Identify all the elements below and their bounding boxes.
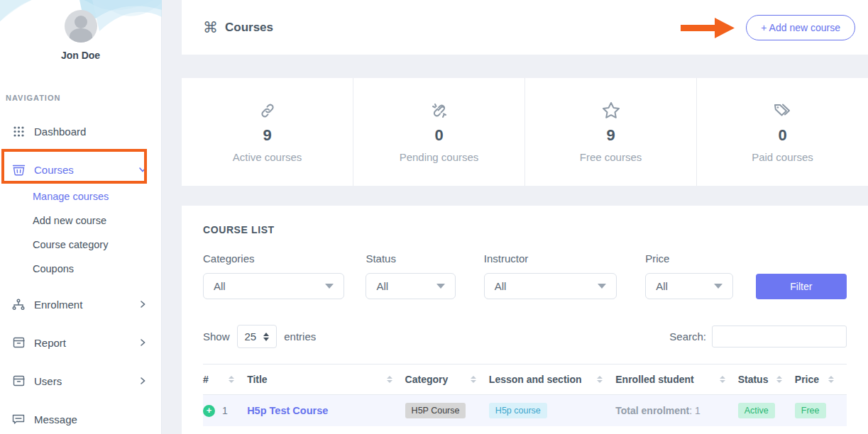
col-index: # <box>203 374 209 385</box>
row-index: 1 <box>222 405 228 416</box>
price-badge: Free <box>795 403 826 418</box>
col-status: Status <box>738 374 769 385</box>
sort-icon[interactable] <box>828 376 834 383</box>
stat-value: 9 <box>263 126 271 145</box>
navigation-section-label: NAVIGATION <box>6 94 161 102</box>
stat-value: 0 <box>778 126 786 145</box>
sort-icon[interactable] <box>387 376 392 383</box>
search-label: Search: <box>669 330 706 343</box>
price-select[interactable]: All <box>645 273 732 299</box>
sort-icon[interactable] <box>720 376 725 383</box>
categories-filter-label: Categories <box>203 252 344 265</box>
grid-icon <box>11 124 26 138</box>
archive-icon <box>11 335 26 350</box>
chevron-right-icon <box>138 338 147 347</box>
sidebar-item-courses[interactable]: Courses <box>0 159 161 180</box>
sort-icon[interactable] <box>229 376 234 383</box>
stepper-icon <box>263 333 269 341</box>
message-icon <box>11 412 26 426</box>
page-title: ⌘ Courses <box>203 20 273 35</box>
chevron-down-icon <box>714 284 723 289</box>
col-category: Category <box>405 374 449 385</box>
add-new-course-button[interactable]: + Add new course <box>746 15 855 40</box>
stat-value: 9 <box>606 126 615 145</box>
price-filter-label: Price <box>645 252 732 265</box>
sidebar-item-label: Enrolment <box>34 299 138 311</box>
sidebar-item-users[interactable]: Users <box>0 370 161 391</box>
sidebar-item-label: Dashboard <box>34 126 147 138</box>
sidebar-item-label: Courses <box>34 164 138 176</box>
sort-icon[interactable] <box>597 376 603 383</box>
table-controls: Show 25 entries Search: <box>203 325 847 348</box>
instructor-select[interactable]: All <box>484 273 617 299</box>
sidebar-nav: Dashboard Courses Manage courses Add new… <box>0 121 161 430</box>
chevron-down-icon <box>598 284 606 289</box>
status-select[interactable]: All <box>366 273 455 299</box>
orange-arrow-annotation <box>679 13 737 42</box>
sidebar-item-enrolment[interactable]: Enrolment <box>0 294 161 315</box>
stat-paid-courses: 0 Paid courses <box>696 78 868 186</box>
course-title-link[interactable]: H5p Test Course <box>247 405 328 416</box>
status-filter-label: Status <box>366 252 455 265</box>
avatar[interactable] <box>65 10 97 43</box>
chevron-down-icon <box>138 165 147 174</box>
sidebar: Jon Doe NAVIGATION Dashboard <box>0 0 162 434</box>
page-header: ⌘ Courses + Add new course <box>182 0 868 55</box>
basket-icon <box>11 162 26 177</box>
categories-select[interactable]: All <box>203 273 344 299</box>
command-icon: ⌘ <box>203 20 218 35</box>
sitemap-icon <box>11 297 26 311</box>
stat-label: Active courses <box>233 151 302 163</box>
sidebar-item-label: Users <box>34 375 138 387</box>
table-header-row: # Title Category Lesson and section Enro… <box>203 365 847 395</box>
status-badge: Active <box>738 403 775 418</box>
category-badge: H5P Course <box>405 403 466 418</box>
col-title: Title <box>247 374 268 385</box>
sort-icon[interactable] <box>776 376 782 383</box>
sidebar-item-add-new-course[interactable]: Add new course <box>0 208 161 233</box>
star-icon <box>602 101 620 120</box>
chevron-down-icon <box>325 284 334 289</box>
show-label: Show <box>203 330 230 343</box>
entries-label: entries <box>284 330 316 343</box>
chevron-right-icon <box>138 377 147 385</box>
enrolment-value: : 1 <box>689 405 701 416</box>
chevron-down-icon <box>436 284 445 289</box>
unlink-icon <box>431 101 448 120</box>
sort-icon[interactable] <box>471 376 476 383</box>
user-name: Jon Doe <box>0 50 161 61</box>
sidebar-item-manage-courses[interactable]: Manage courses <box>0 184 161 208</box>
col-price: Price <box>795 374 819 385</box>
col-lesson-section: Lesson and section <box>489 374 582 385</box>
sidebar-item-label: Report <box>34 337 138 349</box>
instructor-filter-label: Instructor <box>484 252 617 265</box>
sidebar-item-message[interactable]: Message <box>0 408 161 430</box>
course-list-title: COURSE LIST <box>203 224 847 235</box>
col-enrolled-student: Enrolled student <box>615 374 693 385</box>
stat-free-courses: 9 Free courses <box>524 78 696 186</box>
sidebar-item-course-category[interactable]: Course category <box>0 233 161 257</box>
archive-icon <box>11 374 26 388</box>
filter-button[interactable]: Filter <box>756 274 847 299</box>
course-list-card: COURSE LIST Categories All Status All In… <box>182 206 868 434</box>
enrolment-label: Total enrolment <box>615 405 689 416</box>
table-row: + 1 H5p Test Course H5P Course H5p cours… <box>203 395 847 427</box>
lesson-badge: H5p course <box>489 403 547 418</box>
stat-value: 0 <box>434 126 443 145</box>
stat-label: Pending courses <box>400 151 479 163</box>
filters-row: Categories All Status All Instructor All… <box>203 252 847 299</box>
search-input[interactable] <box>712 326 847 347</box>
stat-label: Paid courses <box>752 151 813 163</box>
stat-active-courses: 9 Active courses <box>182 78 353 186</box>
tag-icon <box>773 101 792 120</box>
sidebar-item-coupons[interactable]: Coupons <box>0 257 161 281</box>
expand-row-icon[interactable]: + <box>203 405 215 417</box>
courses-submenu: Manage courses Add new course Course cat… <box>0 184 161 281</box>
stat-label: Free courses <box>580 151 642 163</box>
chevron-right-icon <box>138 300 147 308</box>
page-size-select[interactable]: 25 <box>237 325 278 348</box>
stat-pending-courses: 0 Pending courses <box>353 78 524 186</box>
sidebar-item-dashboard[interactable]: Dashboard <box>0 121 161 142</box>
sidebar-item-report[interactable]: Report <box>0 332 161 353</box>
courses-table: # Title Category Lesson and section Enro… <box>203 364 847 426</box>
